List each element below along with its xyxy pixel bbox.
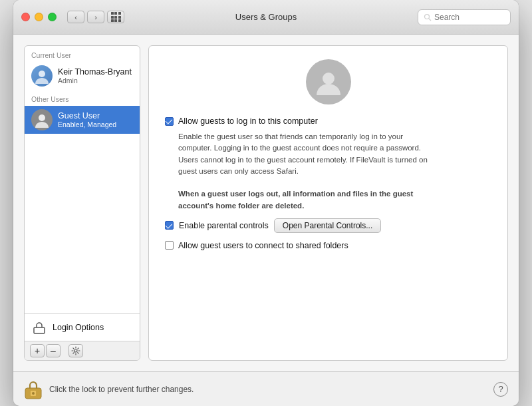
sidebar-spacer [25, 134, 140, 313]
search-input[interactable] [434, 13, 505, 22]
parental-controls-checkbox[interactable] [165, 221, 174, 230]
lock-label: Click the lock to prevent further change… [49, 385, 487, 394]
help-button[interactable]: ? [493, 382, 508, 397]
settings-button[interactable] [68, 344, 83, 357]
minimize-button[interactable] [35, 13, 43, 21]
user-info-admin: Keir Thomas-Bryant Admin [58, 67, 132, 85]
guest-name: Guest User [58, 111, 116, 120]
grid-icon [111, 12, 121, 22]
other-users-label: Other Users [25, 90, 140, 106]
search-icon [424, 13, 432, 21]
guest-role: Enabled, Managed [58, 120, 116, 128]
forward-button[interactable]: › [87, 11, 104, 23]
svg-point-2 [39, 71, 45, 77]
avatar-guest [31, 109, 53, 130]
allow-guests-checkbox[interactable] [165, 117, 174, 126]
admin-name: Keir Thomas-Bryant [58, 67, 132, 77]
allow-guests-row: Allow guests to log in to this computer [165, 116, 318, 126]
content: Current User Keir Thomas-Bryant Admin Ot… [13, 35, 519, 371]
back-button[interactable]: ‹ [67, 11, 84, 23]
user-info-guest: Guest User Enabled, Managed [58, 111, 116, 128]
guest-description: Enable the guest user so that friends ca… [178, 131, 438, 212]
window-title: Users & Groups [235, 12, 297, 22]
svg-point-0 [425, 14, 430, 19]
titlebar: ‹ › Users & Groups [13, 0, 519, 35]
parental-controls-row: Enable parental controls Open Parental C… [165, 218, 381, 233]
svg-point-6 [323, 73, 334, 85]
current-user-label: Current User [25, 46, 140, 62]
parental-controls-label: Enable parental controls [179, 221, 269, 230]
bottombar: Click the lock to prevent further change… [13, 371, 519, 406]
sidebar-toolbar: + – [25, 341, 140, 360]
gear-icon [71, 346, 80, 355]
remove-user-button[interactable]: – [46, 344, 61, 357]
login-options-item[interactable]: Login Options [25, 313, 140, 341]
lock-icon[interactable] [24, 380, 43, 399]
open-parental-button[interactable]: Open Parental Controls... [274, 218, 381, 233]
shared-folders-label: Allow guest users to connect to shared f… [178, 241, 348, 250]
login-options-label: Login Options [53, 323, 104, 332]
nav-buttons: ‹ › [67, 11, 104, 23]
admin-role: Admin [58, 77, 132, 85]
avatar-admin [31, 65, 53, 87]
sidebar: Current User Keir Thomas-Bryant Admin Ot… [24, 45, 140, 361]
svg-rect-4 [34, 327, 45, 333]
user-item-admin[interactable]: Keir Thomas-Bryant Admin [25, 62, 140, 90]
svg-point-3 [39, 114, 45, 121]
guest-avatar-large [306, 59, 351, 104]
close-button[interactable] [21, 13, 30, 21]
grid-view-button[interactable] [107, 11, 124, 23]
svg-point-5 [74, 349, 77, 352]
shared-folders-row: Allow guest users to connect to shared f… [165, 241, 348, 250]
search-box[interactable] [418, 9, 511, 25]
svg-point-9 [32, 392, 35, 395]
add-user-button[interactable]: + [30, 344, 45, 357]
allow-guests-label: Allow guests to log in to this computer [178, 116, 318, 126]
login-options-icon [31, 319, 47, 335]
shared-folders-checkbox[interactable] [165, 241, 174, 250]
svg-line-1 [429, 19, 431, 21]
maximize-button[interactable] [48, 13, 57, 21]
window: ‹ › Users & Groups Current User [13, 0, 519, 406]
main-panel: Allow guests to log in to this computer … [148, 45, 508, 361]
traffic-lights [21, 13, 57, 21]
user-item-guest[interactable]: Guest User Enabled, Managed [25, 106, 140, 134]
